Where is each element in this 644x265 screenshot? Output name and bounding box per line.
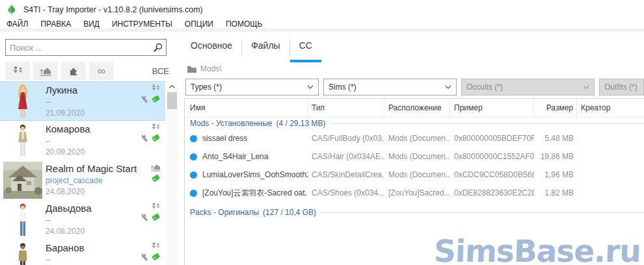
group-line <box>331 123 644 124</box>
menu-options[interactable]: ОПЦИИ <box>185 19 213 29</box>
cell-location: Mods (Documen... <box>384 147 450 166</box>
cell-size: 1,96 MB <box>534 166 577 184</box>
sim-thumbnail <box>0 82 46 120</box>
sims-dropdown[interactable]: Sims (*) <box>323 79 457 95</box>
column-header-type[interactable]: Тип <box>308 99 384 117</box>
tag-icon <box>151 212 161 221</box>
tab-label: СС <box>299 40 312 51</box>
wrench-icon <box>141 253 150 261</box>
search-input[interactable] <box>6 43 153 53</box>
table-row[interactable]: sissael dress CAS/FullBody (0x03... Mods… <box>185 129 644 147</box>
app-window: S4TI - Tray Importer - v1.10.8.2 (lunive… <box>0 0 644 265</box>
search-icon[interactable] <box>153 43 163 53</box>
cell-name: sissael dress <box>202 134 247 143</box>
tab-general[interactable]: Основное <box>181 39 241 62</box>
item-date: 24.08.2020 <box>46 186 137 197</box>
cell-type: CAS/FullBody (0x03... <box>308 129 384 147</box>
item-text: Realm of Magic Starter project_cascade 2… <box>46 160 137 200</box>
tab-files[interactable]: Файлы <box>242 39 289 62</box>
filter-lots-button[interactable] <box>33 62 58 80</box>
cell-type: CAS/SkinDetailCrea... <box>308 166 384 184</box>
table-row[interactable]: LumiaLoverSims_OohSmooth2... CAS/SkinDet… <box>185 166 644 184</box>
column-header-name[interactable]: Имя <box>185 99 308 117</box>
wrench-icon <box>141 134 150 142</box>
filter-sims-button[interactable] <box>5 62 30 80</box>
cell-example: 0x800000005BDEF70F. <box>450 129 534 147</box>
sims-icon <box>151 123 161 131</box>
group-label: Mods - Установленные <box>190 119 273 128</box>
column-header-location[interactable]: Расположение <box>384 99 450 117</box>
filter-all-button[interactable]: ∞ <box>89 62 114 80</box>
list-item-davydova[interactable]: Давыдова -- 24.08.2020 <box>0 200 165 240</box>
menu-tools[interactable]: ИНСТРУМЕНТЫ <box>112 19 172 29</box>
cell-location: Mods (Documen... <box>384 129 450 147</box>
table-header: Имя Тип Расположение Пример Размер Креат… <box>185 99 644 118</box>
cell-location: [ZouYou]Sacred... <box>384 184 450 202</box>
cc-item-icon <box>190 135 197 142</box>
cell-location: Mods (Documen... <box>384 166 450 184</box>
item-subtitle: -- <box>46 215 137 225</box>
list-item-baranov[interactable]: Баранов -- <box>0 240 165 265</box>
group-row-mods[interactable]: Mods - Установленные (4 / 29,13 MB) <box>185 118 644 129</box>
item-name: Комарова <box>46 123 137 136</box>
menu-help[interactable]: ПОМОЩЬ <box>226 19 262 29</box>
folder-icon <box>187 66 196 73</box>
sims-icon <box>151 242 161 250</box>
cell-creator <box>577 184 644 202</box>
menu-view[interactable]: ВИД <box>83 19 100 29</box>
group-line <box>321 212 644 213</box>
column-header-creator[interactable]: Креатор <box>577 99 644 117</box>
occults-dropdown: Occults (*) <box>461 79 595 95</box>
infinity-icon: ∞ <box>98 66 105 77</box>
column-header-example[interactable]: Пример <box>450 99 534 117</box>
item-text: Баранов -- <box>46 240 137 265</box>
cell-example: 0xCDC9CC058D0B5686 <box>450 166 534 184</box>
app-logo-icon <box>6 4 18 16</box>
item-date: 21.09.2020 <box>46 107 137 119</box>
filter-cc-button[interactable] <box>61 62 86 80</box>
column-header-size[interactable]: Размер <box>534 99 577 117</box>
dropdown-value: Types (*) <box>191 82 307 92</box>
types-dropdown[interactable]: Types (*) <box>185 79 319 95</box>
filter-all-label[interactable]: ВСЕ <box>152 66 169 76</box>
chevron-down-icon <box>445 85 451 89</box>
table-row[interactable]: [ZouYou]云裳羽衣-Sacred oat... CAS/Shoes (0x… <box>185 184 644 202</box>
item-icons <box>137 200 165 240</box>
cc-filterbar: Types (*) Sims (*) Occults (*) Outfits (… <box>185 79 644 95</box>
cell-creator <box>577 166 644 184</box>
item-text: Комарова -- 20.09.2020 <box>46 121 137 160</box>
dropdown-value: Occults (*) <box>466 82 583 92</box>
item-icons <box>137 240 165 265</box>
cc-item-icon <box>190 153 197 160</box>
tab-label: Основное <box>191 40 232 51</box>
breadcrumb: Mods\ <box>187 64 222 73</box>
group-row-packs[interactable]: Packs - Оригиналы (127 / 10,4 GB) <box>185 207 644 218</box>
tray-list: Лукина -- 21.09.2020 <box>0 81 165 265</box>
table-row[interactable]: Anto_S4Hair_Lena CAS/Hair (0x034AE... Mo… <box>185 147 644 166</box>
item-name: Realm of Magic Starter <box>46 162 137 175</box>
filter-toolbar: ∞ ВСЕ <box>5 62 172 80</box>
cell-size: 1,82 MB <box>534 184 577 202</box>
list-item-realm-of-magic-starter[interactable]: Realm of Magic Starter project_cascade 2… <box>0 160 165 200</box>
tag-icon <box>151 133 161 142</box>
house-icon <box>151 163 161 171</box>
tag-icon <box>151 173 161 183</box>
tab-cc[interactable]: СС <box>290 39 321 62</box>
search-box <box>5 39 167 56</box>
menu-file[interactable]: ФАЙЛ <box>7 19 28 29</box>
list-item-komarova[interactable]: Комарова -- 20.09.2020 <box>0 121 165 160</box>
list-item-lukina[interactable]: Лукина -- 21.09.2020 <box>0 81 165 121</box>
menu-bar: ФАЙЛ ПРАВКА ВИД ИНСТРУМЕНТЫ ОПЦИИ ПОМОЩЬ <box>0 19 644 29</box>
chevron-down-icon <box>583 85 589 89</box>
list-scrollbar[interactable] <box>167 81 178 265</box>
cell-size: 5,48 MB <box>534 129 577 147</box>
cell-name: LumiaLoverSims_OohSmooth2... <box>202 170 308 179</box>
window-title: S4TI - Tray Importer - v1.10.8.2 (lunive… <box>23 5 203 14</box>
lot-thumbnail <box>0 160 46 200</box>
menu-edit[interactable]: ПРАВКА <box>40 19 71 29</box>
group-label: Packs - Оригиналы <box>190 208 259 217</box>
sims-icon <box>151 84 161 92</box>
scrollbar-thumb[interactable] <box>167 92 177 109</box>
scroll-up-icon[interactable] <box>167 81 178 92</box>
breadcrumb-path: Mods\ <box>200 64 222 73</box>
